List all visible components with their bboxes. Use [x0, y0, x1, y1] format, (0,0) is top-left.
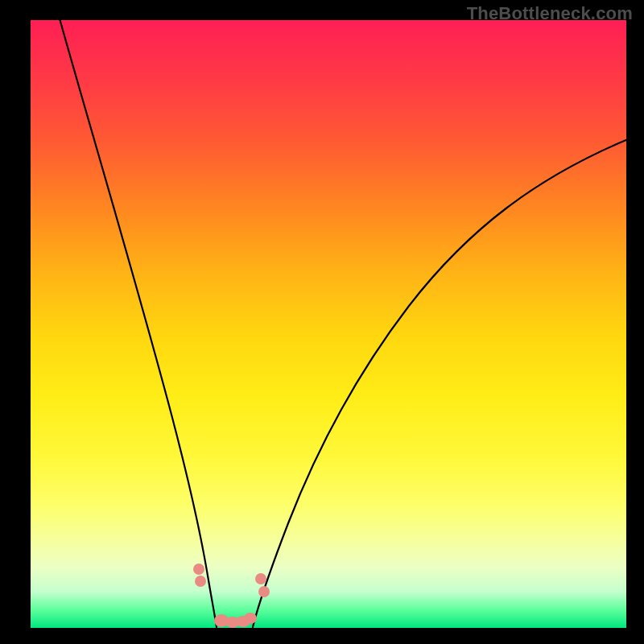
data-point — [255, 573, 266, 584]
chart-frame: TheBottleneck.com — [0, 0, 644, 644]
plot-area — [31, 20, 626, 628]
data-point — [244, 613, 257, 624]
curve-right — [253, 139, 628, 627]
chart-svg — [31, 20, 626, 628]
curve-left — [60, 19, 217, 627]
data-point — [193, 564, 204, 575]
data-point — [258, 586, 270, 597]
attribution-text: TheBottleneck.com — [467, 3, 633, 24]
data-point — [195, 576, 206, 587]
